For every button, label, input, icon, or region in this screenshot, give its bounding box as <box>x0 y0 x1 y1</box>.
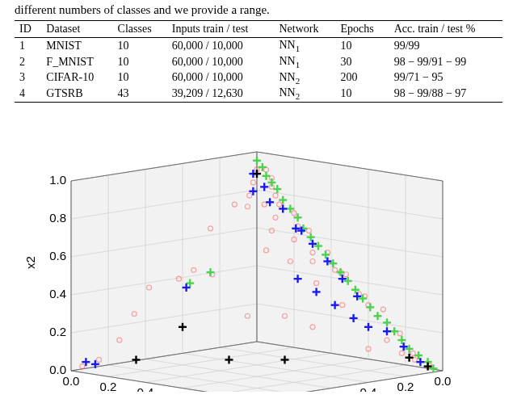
table-cell: MNIST <box>41 38 112 54</box>
table-cell: 60,000 / 10,000 <box>167 38 275 54</box>
svg-text:0.2: 0.2 <box>397 380 414 392</box>
svg-text:0.4: 0.4 <box>360 386 377 393</box>
table-cell: NN2 <box>274 86 335 102</box>
table-cell: 3 <box>15 70 41 86</box>
table-row: 2F_MNIST1060,000 / 10,000NN13098 − 99/91… <box>15 54 502 70</box>
table-cell: 200 <box>335 70 389 86</box>
svg-text:0.4: 0.4 <box>137 386 154 393</box>
col-dataset: Dataset <box>41 21 112 38</box>
svg-text:0.0: 0.0 <box>63 374 80 388</box>
svg-text:0.2: 0.2 <box>100 380 117 392</box>
table-cell: NN1 <box>274 54 335 70</box>
table-cell: F_MNIST <box>41 54 112 70</box>
svg-text:0.6: 0.6 <box>49 249 66 262</box>
table-cell: 10 <box>113 70 167 86</box>
svg-text:0.8: 0.8 <box>49 211 66 225</box>
svg-marker-1 <box>257 152 443 371</box>
table-row: 4GTSRB4339,209 / 12,630NN21098 − 99/88 −… <box>15 86 502 102</box>
table-row: 1MNIST1060,000 / 10,000NN11099/99 <box>15 38 502 54</box>
svg-text:0.0: 0.0 <box>435 374 452 388</box>
datasets-table: ID Dataset Classes Inputs train / test N… <box>15 20 502 103</box>
table-cell: 98 − 99/91 − 99 <box>389 54 502 70</box>
scatter3d-chart: 0.00.20.40.60.81.00.00.20.40.60.81.00.00… <box>15 117 499 392</box>
col-acc: Acc. train / test % <box>389 21 502 38</box>
table-cell: NN1 <box>274 38 335 54</box>
table-cell: 43 <box>113 86 167 102</box>
table-row: 3CIFAR-101060,000 / 10,000NN220099/71 − … <box>15 70 502 86</box>
table-cell: 99/71 − 95 <box>389 70 502 86</box>
table-cell: 99/99 <box>389 38 502 54</box>
table-cell: 2 <box>15 54 41 70</box>
table-cell: 10 <box>113 54 167 70</box>
table-cell: 98 − 99/88 − 97 <box>389 86 502 102</box>
table-cell: 39,209 / 12,630 <box>167 86 275 102</box>
svg-text:x2: x2 <box>23 256 37 269</box>
svg-marker-0 <box>71 152 257 371</box>
col-classes: Classes <box>113 21 167 38</box>
table-cell: 10 <box>113 38 167 54</box>
table-cell: 10 <box>335 86 389 102</box>
table-cell: CIFAR-10 <box>41 70 112 86</box>
col-epochs: Epochs <box>335 21 389 38</box>
table-cell: 4 <box>15 86 41 102</box>
table-cell: NN2 <box>274 70 335 86</box>
table-body: 1MNIST1060,000 / 10,000NN11099/992F_MNIS… <box>15 38 502 103</box>
table-cell: 1 <box>15 38 41 54</box>
table-cell: 60,000 / 10,000 <box>167 70 275 86</box>
svg-text:0.4: 0.4 <box>49 287 66 300</box>
svg-text:0.2: 0.2 <box>49 325 66 338</box>
table-cell: 30 <box>335 54 389 70</box>
col-network: Network <box>274 21 335 38</box>
table-cell: GTSRB <box>41 86 112 102</box>
svg-text:1.0: 1.0 <box>49 173 66 187</box>
col-id: ID <box>15 21 41 38</box>
col-inputs: Inputs train / test <box>167 21 275 38</box>
table-cell: 60,000 / 10,000 <box>167 54 275 70</box>
caption-fragment: different numbers of classes and we prov… <box>15 3 502 17</box>
table-cell: 10 <box>335 38 389 54</box>
